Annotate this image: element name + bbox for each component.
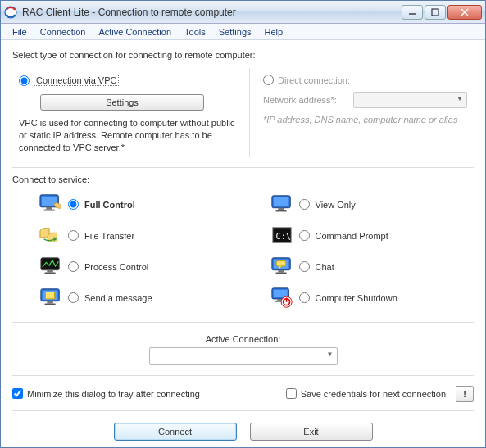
svg-rect-7	[46, 206, 52, 209]
menubar: File Connection Active Connection Tools …	[1, 24, 485, 40]
services-label: Connect to service:	[12, 174, 474, 184]
radio-file-transfer[interactable]	[68, 230, 79, 241]
radio-chat[interactable]	[299, 261, 310, 272]
network-address-row: Network address*: ▼	[263, 92, 467, 108]
radio-full-control[interactable]	[68, 199, 79, 210]
active-connection-section: Active Connection: ▼	[12, 329, 474, 376]
monitor-hand-icon	[37, 192, 65, 217]
radio-vpc-row[interactable]: Connection via VPC	[19, 75, 243, 86]
folders-transfer-icon	[37, 224, 65, 248]
label-send-message: Send a message	[84, 293, 152, 303]
label-process-control: Process Control	[84, 262, 148, 272]
label-command-prompt: Command Prompt	[316, 231, 388, 241]
radio-direct-label: Direct connection:	[278, 75, 350, 85]
service-shutdown[interactable]: Computer Shutdown	[243, 283, 475, 314]
active-connection-label: Active Connection:	[12, 334, 474, 344]
radio-vpc-label: Connection via VPC	[34, 75, 119, 86]
active-connection-dropdown[interactable]: ▼	[149, 347, 338, 365]
service-chat[interactable]: Chat	[243, 251, 475, 283]
vpc-settings-button[interactable]: Settings	[40, 94, 204, 111]
svg-rect-20	[278, 207, 284, 210]
label-minimize: Minimize this dialog to tray after conne…	[27, 389, 200, 399]
network-address-dropdown: ▼	[353, 92, 467, 108]
minimize-button[interactable]	[402, 5, 423, 20]
label-view-only: View Only	[316, 200, 356, 210]
monitor-icon	[268, 192, 296, 217]
command-prompt-icon: C:\	[268, 224, 296, 248]
checkbox-save-creds[interactable]	[286, 388, 297, 399]
svg-rect-19	[273, 197, 288, 206]
svg-rect-15	[45, 292, 54, 298]
service-full-control[interactable]: Full Control	[12, 189, 243, 220]
radio-send-message[interactable]	[68, 292, 79, 303]
minimize-to-tray-checkbox[interactable]: Minimize this dialog to tray after conne…	[12, 388, 200, 399]
svg-rect-21	[275, 210, 286, 211]
label-save-creds: Save credentials for next connection	[301, 389, 446, 399]
service-file-transfer[interactable]: File Transfer	[12, 220, 243, 251]
service-command-prompt[interactable]: C:\ Command Prompt	[243, 220, 475, 251]
chevron-down-icon: ▼	[327, 351, 334, 358]
save-credentials-checkbox[interactable]: Save credentials for next connection	[286, 388, 446, 399]
vpc-description: VPC is used for connecting to computer w…	[19, 117, 243, 154]
svg-rect-12	[45, 272, 56, 274]
svg-text:C:\: C:\	[275, 230, 291, 240]
service-process-control[interactable]: Process Control	[12, 251, 243, 283]
label-shutdown: Computer Shutdown	[316, 293, 397, 303]
bottom-buttons: Connect Exit	[12, 423, 474, 441]
monitor-note-icon	[37, 286, 65, 310]
network-address-label: Network address*:	[263, 95, 353, 105]
close-button[interactable]	[447, 5, 482, 20]
label-file-transfer: File Transfer	[84, 231, 134, 241]
svg-rect-2	[432, 9, 438, 16]
chevron-down-icon: ▼	[456, 95, 463, 102]
svg-rect-29	[275, 272, 286, 274]
svg-rect-31	[273, 289, 287, 296]
services-panel: Full Control File Transfer Process Contr…	[12, 189, 474, 323]
network-address-hint: *IP address, DNS name, computer name or …	[263, 115, 467, 124]
svg-rect-8	[44, 209, 55, 210]
svg-rect-11	[47, 269, 52, 272]
monitor-graph-icon	[37, 255, 65, 279]
svg-rect-26	[276, 260, 285, 266]
app-icon	[4, 6, 17, 19]
menu-connection[interactable]: Connection	[34, 25, 93, 38]
options-row: Minimize this dialog to tray after conne…	[12, 382, 474, 411]
connection-type-panel: Connection via VPC Settings VPC is used …	[12, 68, 474, 168]
service-view-only[interactable]: View Only	[243, 189, 475, 220]
instruction-text: Select type of connection for connecting…	[12, 50, 474, 60]
svg-rect-16	[47, 301, 52, 303]
window-controls	[402, 5, 482, 20]
connect-button[interactable]: Connect	[114, 423, 237, 441]
radio-vpc[interactable]	[19, 75, 30, 86]
radio-direct[interactable]	[263, 75, 274, 85]
exit-button[interactable]: Exit	[250, 423, 373, 441]
menu-tools[interactable]: Tools	[178, 25, 212, 38]
titlebar: RAC Client Lite - Connection to remote c…	[1, 1, 485, 24]
checkbox-minimize[interactable]	[12, 388, 23, 399]
menu-settings[interactable]: Settings	[212, 25, 258, 38]
radio-command-prompt[interactable]	[299, 230, 310, 241]
radio-process-control[interactable]	[68, 261, 79, 272]
vpc-column: Connection via VPC Settings VPC is used …	[12, 68, 250, 157]
info-button[interactable]: !	[456, 386, 474, 402]
monitor-power-icon	[268, 286, 296, 310]
window-title: RAC Client Lite - Connection to remote c…	[22, 7, 402, 18]
menu-file[interactable]: File	[6, 25, 34, 38]
maximize-button[interactable]	[425, 5, 446, 20]
menu-active-connection[interactable]: Active Connection	[92, 25, 178, 38]
radio-shutdown[interactable]	[299, 292, 310, 303]
label-chat: Chat	[316, 262, 334, 272]
content-area: Select type of connection for connecting…	[1, 40, 485, 447]
svg-rect-17	[45, 303, 56, 305]
service-send-message[interactable]: Send a message	[12, 283, 243, 314]
label-full-control: Full Control	[84, 200, 135, 210]
menu-help[interactable]: Help	[258, 25, 290, 38]
radio-view-only[interactable]	[299, 199, 310, 210]
monitor-chat-icon	[268, 255, 296, 279]
radio-direct-row[interactable]: Direct connection:	[263, 75, 467, 85]
svg-rect-28	[278, 269, 284, 272]
direct-column: Direct connection: Network address*: ▼ *…	[250, 68, 474, 157]
